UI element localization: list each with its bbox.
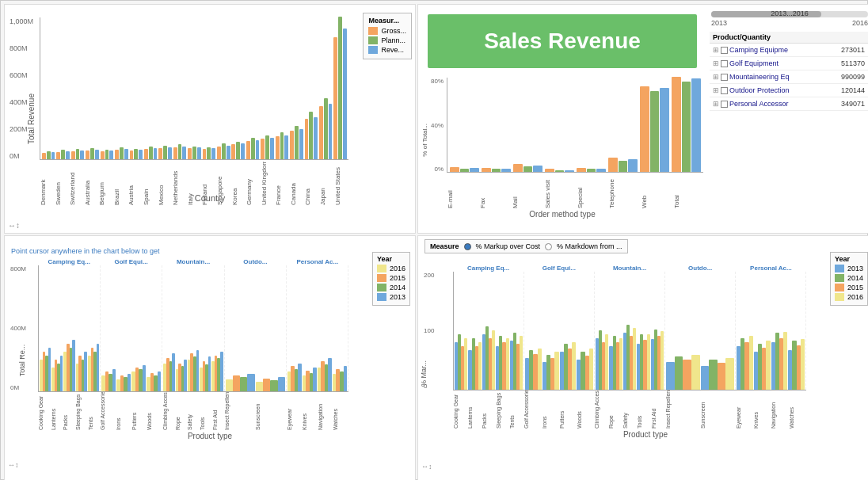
mk-bar-y2016-0-1 [478, 342, 482, 390]
country-x-label-china: China [304, 162, 319, 205]
country-group-korea [231, 142, 244, 159]
order-bar-revenue-mail [533, 166, 542, 172]
bl-bar-y2013-0-2 [72, 340, 75, 391]
measure-option-1[interactable]: % Markup over Cost [476, 242, 541, 250]
bl-bar-y2013-0-0 [48, 348, 51, 391]
bar-planned-korea [236, 142, 240, 159]
country-x-label-france: France [275, 162, 290, 205]
product-qty-4: 349071 [832, 100, 865, 108]
measure-radio-2[interactable] [545, 243, 552, 250]
order-bar-gross-web [640, 86, 649, 172]
bar-planned-denmark [47, 151, 51, 159]
mk-x-label-0-2: Packs [482, 390, 496, 429]
bar-revenue-brazil [124, 149, 128, 159]
mk-x-label-3-0: Insect Repellents [665, 390, 701, 429]
bl-bar-group-4-3 [333, 366, 347, 391]
mk-x-label-2-4: First Aid [651, 390, 665, 429]
markup-pl-outdoor: Outdo... [665, 265, 736, 272]
legend-2014: 2014 [377, 284, 405, 291]
mk-bar-group-2-3 [637, 334, 649, 390]
mk-x-section-3: Insect RepellentsSunscreen [665, 390, 736, 429]
order-group-sales-visit [545, 169, 574, 172]
legend-2013: 2013 [377, 293, 405, 301]
product-row-0[interactable]: ⊞ Camping Equipme 273011 [710, 44, 868, 57]
product-row-3[interactable]: ⊞ Outdoor Protection 120144 [710, 84, 868, 97]
country-x-label-italy: Italy [187, 162, 202, 205]
mk-bar-group-2-4 [651, 330, 664, 390]
bottom-left-chart-area: 800M 400M 0M [38, 265, 348, 392]
country-x-label-spain: Spain [143, 162, 158, 205]
order-bar-gross-sales visit [545, 169, 554, 172]
product-row-1[interactable]: ⊞ Golf Equipment 511370 [710, 57, 868, 70]
legend-title: Measur... [368, 17, 406, 25]
order-group-telephone [608, 158, 638, 172]
country-group-mexico [158, 146, 171, 159]
country-group-united-kingdom [261, 135, 273, 159]
markup-legend-2014: 2014 [835, 274, 863, 282]
country-x-label-united-states: United States [334, 162, 349, 205]
pl-label-mountain: Mountain... [162, 258, 224, 265]
measure-radio-1[interactable] [464, 243, 471, 250]
slider-start-label: 2013 [711, 19, 727, 27]
mk-bar-group-2-1 [609, 336, 622, 390]
bl-section-4 [287, 265, 348, 391]
bl-bar-group-2-0 [163, 353, 174, 391]
bottom-left-move-icon: ↔↕ [8, 461, 19, 469]
mk-x-label-2-2: Safety [622, 390, 637, 429]
mk-x-label-2-1: Rope [608, 390, 622, 429]
legend-planned-label: Plann... [381, 36, 405, 44]
legend-2015: 2015 [377, 274, 405, 282]
bar-revenue-finland [211, 148, 215, 159]
legend-color-2016 [377, 265, 386, 272]
markup-legend-label-2016: 2016 [847, 293, 863, 301]
bar-revenue-austria [139, 150, 143, 159]
bar-revenue-switzerland [80, 150, 84, 159]
product-row-4[interactable]: ⊞ Personal Accessor 349071 [710, 97, 868, 111]
order-bar-revenue-e-mail [470, 168, 479, 172]
mk-bar-group-4-2 [771, 332, 788, 390]
bl-bar-y2013-1-2 [143, 365, 147, 391]
mk-bar-y2016-4-2 [783, 332, 787, 390]
year-slider-track[interactable]: 2013...2016 [711, 11, 868, 17]
checkbox-0 [721, 47, 728, 54]
bl-bar-y2013-0-4 [97, 344, 100, 391]
order-bar-gross-e-mail [450, 167, 459, 172]
country-x-label-mexico: Mexico [158, 162, 173, 205]
legend-item-planned: Plann... [368, 36, 406, 44]
country-x-label-belgium: Belgium [98, 162, 113, 205]
bl-x-label-2-1: Rope [175, 392, 188, 430]
bl-x-label-3-1: Sunscreen [255, 392, 286, 430]
order-group-special [577, 168, 606, 172]
country-group-spain [144, 147, 157, 159]
mk-x-label-1-1: Irons [542, 390, 559, 429]
slider-year-label: 2013...2016 [771, 10, 809, 17]
order-bar-planned-fax [492, 169, 501, 172]
order-bar-planned-sales visit [555, 170, 565, 172]
bar-planned-singapore [222, 143, 226, 159]
mk-bar-y2015-1-0 [533, 354, 537, 390]
order-x-label-special: Special [577, 173, 607, 208]
measure-option-2[interactable]: % Markdown from ... [557, 242, 622, 250]
markup-product-line-labels: Camping Eq... Golf Equi... Mountain... O… [453, 265, 806, 272]
product-qty-2: 990099 [832, 73, 865, 81]
bl-bar-group-2-3 [200, 356, 211, 391]
bl-bar-y2013-2-0 [172, 353, 175, 391]
country-group-sweden [56, 150, 69, 159]
country-group-belgium [101, 150, 113, 159]
top-right-panel: Sales Revenue % of Total... 80% 40% 0% E… [417, 4, 868, 234]
country-x-label-germany: Germany [246, 162, 261, 205]
order-bar-planned-special [587, 169, 596, 172]
product-row-2[interactable]: ⊞ Mountaineering Eq 990099 [710, 70, 868, 84]
order-x-axis-title: Order method type [421, 210, 703, 219]
order-bar-revenue-total [691, 78, 701, 172]
bl-x-label-2-3: Tools [200, 392, 212, 430]
pl-label-outdoor: Outdo... [224, 258, 286, 265]
legend-item-revenue: Reve... [368, 46, 406, 54]
mk-bar-y2016-0-3 [506, 338, 509, 390]
bl-bar-group-0-2 [63, 340, 74, 391]
checkbox-2 [721, 74, 728, 81]
mk-x-section-4: EyewearKnivesNavigationWatches [736, 390, 806, 429]
product-qty-0: 273011 [832, 46, 865, 54]
country-chart-panel: Total Revenue Measur... Gross... Plann..… [4, 4, 416, 234]
country-group-netherlands [173, 144, 186, 159]
